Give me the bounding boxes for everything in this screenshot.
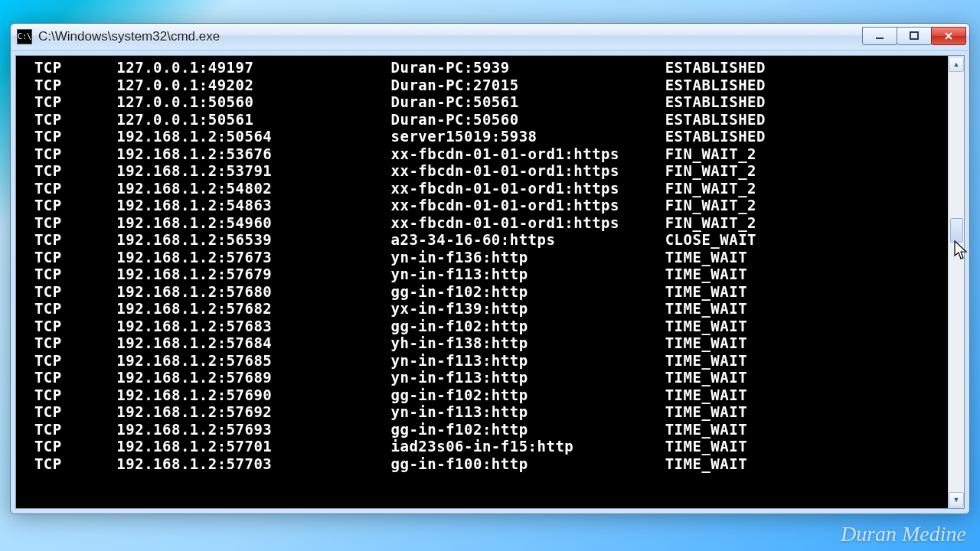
minimize-button[interactable] — [862, 27, 897, 45]
maximize-button[interactable] — [897, 27, 932, 45]
window-title: C:\Windows\system32\cmd.exe — [38, 29, 863, 44]
scroll-track[interactable] — [949, 73, 964, 491]
svg-rect-1 — [910, 32, 918, 39]
window-controls — [863, 27, 966, 45]
close-button[interactable] — [931, 27, 966, 45]
console-area: TCP 127.0.0.1:49197 Duran-PC:5939 ESTABL… — [15, 55, 965, 509]
cmd-window: C:\ C:\Windows\system32\cmd.exe TCP 127.… — [10, 23, 970, 514]
titlebar[interactable]: C:\ C:\Windows\system32\cmd.exe — [11, 24, 969, 51]
scroll-thumb[interactable] — [950, 218, 963, 243]
console-output[interactable]: TCP 127.0.0.1:49197 Duran-PC:5939 ESTABL… — [16, 56, 948, 508]
svg-rect-0 — [876, 37, 884, 39]
scroll-up-button[interactable]: ▲ — [949, 57, 964, 72]
vertical-scrollbar[interactable]: ▲ ▼ — [948, 56, 964, 508]
watermark-text: Duran Medine — [841, 522, 966, 546]
cmd-icon: C:\ — [17, 29, 32, 44]
scroll-down-button[interactable]: ▼ — [949, 492, 964, 507]
